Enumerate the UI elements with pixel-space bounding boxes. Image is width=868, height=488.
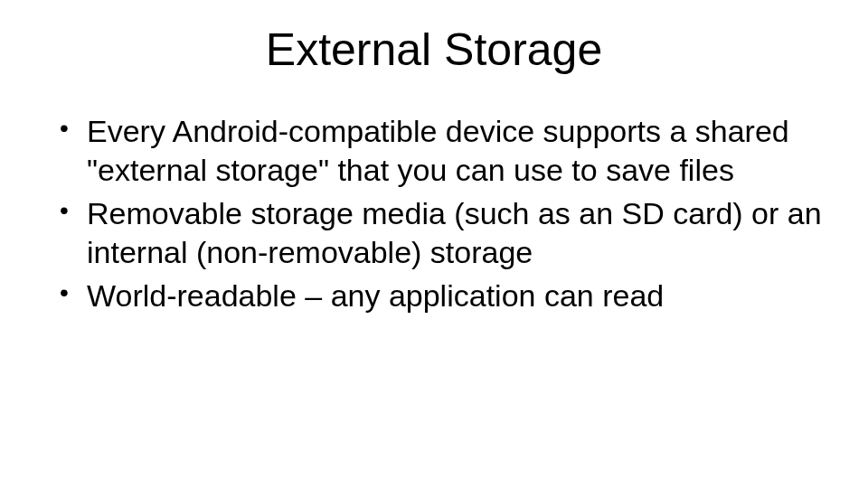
bullet-item: Removable storage media (such as an SD c… <box>54 194 823 271</box>
slide-title: External Storage <box>45 23 823 76</box>
slide-content: Every Android-compatible device supports… <box>45 112 823 315</box>
bullet-list: Every Android-compatible device supports… <box>54 112 823 315</box>
bullet-item: Every Android-compatible device supports… <box>54 112 823 189</box>
slide: External Storage Every Android-compatibl… <box>0 0 868 488</box>
bullet-item: World-readable – any application can rea… <box>54 277 823 315</box>
